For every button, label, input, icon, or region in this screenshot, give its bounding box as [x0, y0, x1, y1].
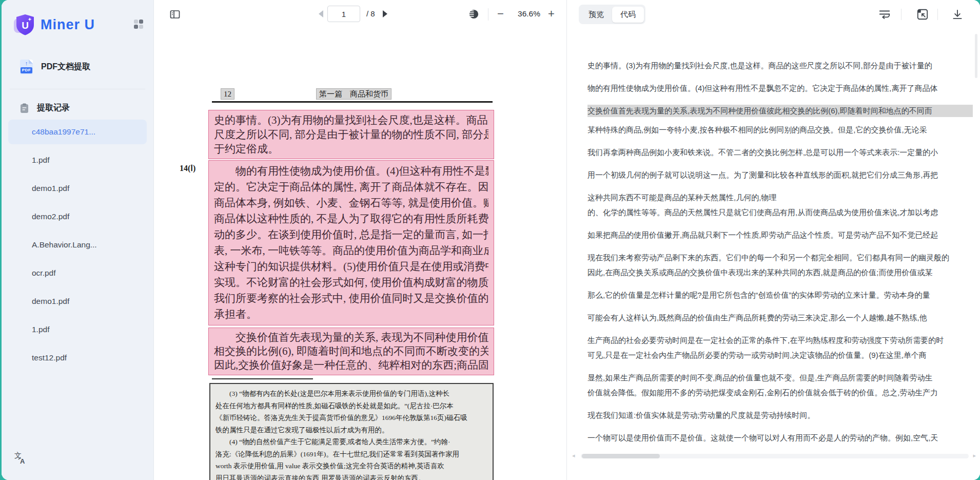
zoom-level-label: 36.6%	[511, 9, 547, 18]
scan-footnote-line: 铁的属性只是在通过它发现了磁极性以后才成为有用的。	[215, 424, 487, 436]
scan-text-line: 实现。不论财富的社会形式如何, 使用价值构成财富的物质。在	[214, 275, 488, 291]
scan-text-line: 史的事情。(3)为有用物的量找到社会尺度,也是这样。商品的 这些	[214, 113, 488, 127]
extracted-line: 用一个初级几何的例子就可以说明这一点。为了测量和比较各种直线形的面积,就把它们分…	[587, 169, 973, 181]
file-item[interactable]: demo2.pdf	[8, 204, 147, 229]
scan-footnote-line: 《新币轻铸论。答洛克先生关于提高货币价值的意见》1696年伦敦版第16页)磁石吸	[215, 412, 487, 424]
extracted-line: 的、化学的属性等等。商品的天然属性只是就它们使商品有用,从而使商品成为使用价值来…	[587, 206, 973, 219]
scan-text-line: 商品体本身, 例如铁、小麦、金钢石等等, 就是使用价值。赋予	[214, 195, 488, 211]
sidebar: U Miner U ↑PDF PDF文档提取	[2, 0, 154, 480]
scan-footnote-line: (4) “物的自然价值产生于它能满足需要,或者给人类生活带来方便。”约翰·	[215, 436, 487, 448]
file-item[interactable]: demo1.pdf	[8, 176, 147, 201]
clipboard-icon	[20, 103, 29, 113]
svg-text:U: U	[22, 20, 29, 31]
scan-text-line: 定的。它决定于商品体的属性, 离开了商品体就不存在。因此,	[214, 179, 488, 195]
text-detection-block[interactable]: 史的事情。(3)为有用物的量找到社会尺度,也是这样。商品的 这些 尺度之所以不同…	[208, 110, 494, 159]
extraction-preview-panel: 预览 代码	[567, 0, 980, 480]
file-item[interactable]: ocr.pdf	[8, 261, 147, 285]
pdf-page-canvas: 12 第一篇 商品和货币 14(Ⅰ) 史的事情。(3)为有用物的量找到社会尺度,…	[154, 29, 566, 480]
file-item[interactable]: test12.pdf	[8, 345, 147, 370]
extracted-line: 如果把商品的使用价值撇开,商品就只剩下一个性质,即劳动产品这个性质。可是劳动产品…	[587, 229, 973, 241]
toolbar-divider	[488, 8, 488, 21]
file-item[interactable]: 1.pdf	[8, 148, 147, 172]
extracted-line: 因此,在商品交换关系或商品的交换价值中表现出来的某种共同的东西,就是商品的价值;…	[587, 266, 973, 279]
scan-text-line: 于约定俗成。	[214, 142, 488, 156]
extracted-line: 物的有用性使物成为使用价值。(4)但这种有用性不是飘忽不定的。它决定于商品体的属…	[587, 82, 973, 94]
extracted-line: 现在我们知道:价值实体就是劳动;劳动量的尺度就是劳动持续时间。	[587, 409, 973, 421]
pdf-extract-label: PDF文档提取	[41, 62, 90, 72]
prev-page-icon[interactable]	[319, 10, 323, 17]
next-page-icon[interactable]	[383, 10, 387, 17]
contrast-icon[interactable]	[469, 9, 479, 19]
page-total-label: / 8	[366, 9, 375, 18]
pdf-upload-icon: ↑PDF	[20, 60, 33, 74]
extracted-line: 显然,如果生产商品所需要的时间不变,商品的价值量也就不变。但是,生产商品所需要的…	[587, 372, 973, 384]
horizontal-scrollbar[interactable]	[581, 454, 969, 458]
extracted-line: 我们再拿两种商品例如小麦和铁来说。不管二者的交换比例怎样,总是可以用一个等式来表…	[587, 146, 973, 159]
extracted-line: 价值就会降低。假如能用不多的劳动把煤变成金刚石,金刚石的价值就会低于砖的价值。总…	[587, 387, 973, 399]
page-number-input[interactable]	[327, 6, 360, 22]
panel-toggle-icon[interactable]	[169, 9, 181, 20]
scan-footnote-line: 处在任何地方都具有同样的性质,如磁石吸铁的长处就是如此。”(尼古拉·巴尔本	[215, 400, 487, 412]
extracted-line: 可见,只是在一定社会内生产物品所必要的劳动一或劳动时间,决定该物品的价值量。(9…	[587, 349, 973, 361]
extracted-line: 史的事情。(3)为有用物的量找到社会尺度,也是这样。商品的这些尺度之所以不同,部…	[587, 60, 973, 72]
text-detection-block[interactable]: 交换价值首先表现为量的关系, 表现为不同种使用价值彼此 相交换的比例(6), 即…	[208, 328, 494, 375]
running-header-detection-box[interactable]: 第一篇 商品和货币	[316, 88, 391, 100]
sidebar-divider	[10, 89, 145, 89]
translate-icon[interactable]: 文 A	[13, 450, 27, 465]
records-title: 提取记录	[37, 103, 70, 113]
scan-text-line: 因此,交换价值好象是一种任意的、纯粹相对的东西;商品固有的、	[214, 358, 488, 372]
zoom-in-button[interactable]: +	[548, 7, 555, 21]
scan-text-line: 这种专门的知识提供材料。(5)使用价值只是在使用或消费中得到	[214, 259, 488, 275]
scan-text-line: 承担者。	[214, 306, 488, 322]
scan-text-line: 交换价值首先表现为量的关系, 表现为不同种使用价值彼此	[214, 331, 488, 344]
extracted-line: 一个物可以是使用价值而不是价值。这就使一个物可以对人有用而不必是人的劳动的产物。…	[587, 432, 973, 444]
apps-grid-icon[interactable]	[134, 20, 143, 29]
vertical-scrollbar-thumb[interactable]	[975, 34, 977, 78]
extracted-line-highlighted[interactable]: 交换价值首先表现为量的关系,表现为不同种使用价值彼此相交换的比例(6),即随着时…	[587, 105, 973, 117]
hscroll-right-arrow[interactable]: ▸	[973, 452, 976, 459]
file-item[interactable]: A.Behavior.Lang...	[8, 233, 147, 257]
scan-text-line: 动的多少。在谈到使用价值时, 总是指一定的量而言, 如一打	[214, 227, 488, 243]
horizontal-scrollbar-thumb[interactable]	[582, 454, 660, 458]
file-item[interactable]: 1.pdf	[8, 317, 147, 342]
footnote-detection-block[interactable]: (3) “物都有内在的长处(这是巴尔本用来表示使用价值的专门用语),这种长 处在…	[209, 383, 494, 480]
extracted-line: 生产商品的社会必要劳动时间是在一定社会的正常的条件下,在平均熟练程度和劳动强度下…	[587, 334, 973, 347]
hscroll-left-arrow[interactable]: ◂	[572, 452, 575, 459]
file-item[interactable]: demo1.pdf	[8, 289, 147, 314]
file-item[interactable]: c48baa1997e71...	[8, 120, 147, 144]
scan-text-line: 我们所要考察的社会形式中, 使用价值同时又是交换价值的物质	[214, 291, 488, 306]
scan-text-line: 商品体以这种性质的, 不是人为了取得它的有用性质所耗费的劳	[214, 211, 488, 227]
page-header-rule	[212, 101, 493, 103]
extracted-line: 可能会有人这样认为,既然商品的价值由生产商品所耗费的劳动三来决定,那么一个人越懒…	[587, 312, 973, 324]
scan-footnote-line: (3) “物都有内在的长处(这是巴尔本用来表示使用价值的专门用语),这种长	[215, 388, 487, 400]
footnote-separator-rule	[212, 378, 313, 379]
extracted-line: 现在我们来考察劳动产品剩下来的东西。它们中的每一个和另一个都完全相同。它们都具有…	[587, 252, 973, 264]
scan-text-line: 尺度之所以不同, 部分是由于被计量的物的性质不同, 部分是由	[214, 127, 488, 142]
app-window: U Miner U ↑PDF PDF文档提取	[2, 0, 980, 480]
scan-footnote-line: worth 表示使用价值,用 value 表示交换价值;这完全符合英语的精神,英…	[215, 460, 487, 472]
extraction-file-list: c48baa1997e71... 1.pdf demo1.pdf demo2.p…	[8, 120, 147, 370]
sidebar-item-pdf-extract[interactable]: ↑PDF PDF文档提取	[8, 54, 147, 80]
extracted-line: 某种特殊的商品,例如一夸特小麦,按各种极不相同的比例同别的商品交换。但是,它的交…	[587, 124, 973, 136]
scan-text-line: 表, 一米布, 一吨铁等等。商品的使用价值为商品学和商业成规	[214, 243, 488, 259]
zoom-out-button[interactable]: −	[497, 7, 504, 21]
extracted-line: 那么,它的价值量是怎样计量的呢?是用它所包含的“创造价值”的实体即劳动的立来计量…	[587, 289, 973, 301]
extracted-line: 这种共同东西不可能是商品的某种天然属性,几何的,物理	[587, 191, 973, 204]
pdf-viewer-panel: / 8 − 36.6% + 12	[154, 0, 567, 480]
logo-row: U Miner U	[2, 0, 153, 39]
text-detection-block[interactable]: 物的有用性使物成为使用价值。(4)但这种有用性不是飘忽不 定的。它决定于商品体的…	[208, 160, 494, 325]
viewer-toolbar: / 8 − 36.6% +	[154, 0, 566, 29]
records-header: 提取记录	[20, 103, 153, 113]
svg-text:A: A	[20, 457, 25, 465]
page-number-detection-box[interactable]: 12	[221, 88, 234, 100]
extracted-text-content: 史的事情。(3)为有用物的量找到社会尺度,也是这样。商品的这些尺度之所以不同,部…	[587, 0, 973, 468]
scan-footnote-line: 用日耳曼语源的词表示直接的东西,用罗曼语源的词表示反射的东西。	[215, 472, 487, 480]
scan-text-line: 相交换的比例(6), 即随着时间和地点的不同而不断改变的关系。	[214, 344, 488, 358]
brand-title: Miner U	[41, 17, 95, 33]
margin-note: 14(Ⅰ)	[180, 163, 195, 173]
scan-footnote-line: 洛克:《论降低利息的后果》(1691年)。在十七世纪,我们还常常看到英国著作家用	[215, 448, 487, 460]
scan-text-line: 物的有用性使物成为使用价值。(4)但这种有用性不是飘忽不	[214, 163, 488, 179]
mineru-logo-icon: U	[13, 13, 36, 36]
